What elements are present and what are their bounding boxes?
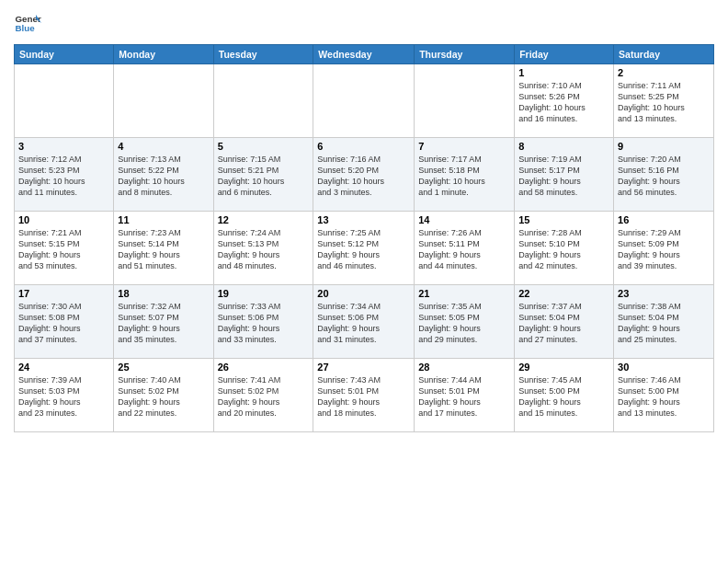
weekday-saturday: Saturday (614, 45, 714, 64)
day-cell: 13Sunrise: 7:25 AM Sunset: 5:12 PM Dayli… (313, 212, 415, 285)
day-cell: 30Sunrise: 7:46 AM Sunset: 5:00 PM Dayli… (614, 359, 714, 432)
day-cell: 2Sunrise: 7:11 AM Sunset: 5:25 PM Daylig… (614, 64, 714, 138)
weekday-sunday: Sunday (15, 45, 114, 64)
day-number: 8 (518, 141, 609, 152)
day-cell: 8Sunrise: 7:19 AM Sunset: 5:17 PM Daylig… (515, 138, 614, 212)
weekday-wednesday: Wednesday (313, 45, 415, 64)
day-cell: 12Sunrise: 7:24 AM Sunset: 5:13 PM Dayli… (213, 212, 313, 285)
day-info: Sunrise: 7:11 AM Sunset: 5:25 PM Dayligh… (618, 80, 710, 125)
day-number: 15 (518, 214, 609, 225)
day-info: Sunrise: 7:38 AM Sunset: 5:04 PM Dayligh… (618, 301, 710, 346)
day-info: Sunrise: 7:40 AM Sunset: 5:02 PM Dayligh… (118, 374, 209, 419)
day-number: 22 (518, 288, 609, 299)
day-number: 14 (418, 214, 510, 225)
day-number: 13 (317, 214, 410, 225)
day-cell: 15Sunrise: 7:28 AM Sunset: 5:10 PM Dayli… (515, 212, 614, 285)
day-number: 30 (618, 362, 710, 373)
svg-text:Blue: Blue (16, 23, 36, 33)
day-cell: 3Sunrise: 7:12 AM Sunset: 5:23 PM Daylig… (15, 138, 114, 212)
day-cell: 9Sunrise: 7:20 AM Sunset: 5:16 PM Daylig… (614, 138, 714, 212)
day-cell: 21Sunrise: 7:35 AM Sunset: 5:05 PM Dayli… (415, 285, 515, 359)
day-info: Sunrise: 7:45 AM Sunset: 5:00 PM Dayligh… (518, 374, 609, 419)
week-row-2: 3Sunrise: 7:12 AM Sunset: 5:23 PM Daylig… (15, 138, 714, 212)
day-info: Sunrise: 7:43 AM Sunset: 5:01 PM Dayligh… (317, 374, 410, 419)
day-info: Sunrise: 7:28 AM Sunset: 5:10 PM Dayligh… (518, 227, 609, 272)
day-info: Sunrise: 7:21 AM Sunset: 5:15 PM Dayligh… (18, 227, 109, 272)
day-info: Sunrise: 7:24 AM Sunset: 5:13 PM Dayligh… (218, 227, 310, 272)
calendar-body: 1Sunrise: 7:10 AM Sunset: 5:26 PM Daylig… (15, 64, 714, 432)
day-cell: 5Sunrise: 7:15 AM Sunset: 5:21 PM Daylig… (213, 138, 313, 212)
day-number: 9 (618, 141, 710, 152)
calendar-header: SundayMondayTuesdayWednesdayThursdayFrid… (15, 45, 714, 64)
day-cell: 18Sunrise: 7:32 AM Sunset: 5:07 PM Dayli… (114, 285, 213, 359)
day-info: Sunrise: 7:44 AM Sunset: 5:01 PM Dayligh… (418, 374, 510, 419)
day-info: Sunrise: 7:29 AM Sunset: 5:09 PM Dayligh… (618, 227, 710, 272)
day-number: 6 (317, 141, 410, 152)
day-cell (313, 64, 415, 138)
day-cell: 19Sunrise: 7:33 AM Sunset: 5:06 PM Dayli… (213, 285, 313, 359)
day-cell: 24Sunrise: 7:39 AM Sunset: 5:03 PM Dayli… (15, 359, 114, 432)
day-number: 23 (618, 288, 710, 299)
day-info: Sunrise: 7:20 AM Sunset: 5:16 PM Dayligh… (618, 154, 710, 199)
day-info: Sunrise: 7:13 AM Sunset: 5:22 PM Dayligh… (118, 154, 209, 199)
day-number: 12 (218, 214, 310, 225)
logo-icon: General Blue (14, 9, 41, 37)
day-number: 29 (518, 362, 609, 373)
day-number: 10 (18, 214, 109, 225)
day-number: 28 (418, 362, 510, 373)
day-info: Sunrise: 7:23 AM Sunset: 5:14 PM Dayligh… (118, 227, 209, 272)
day-number: 20 (317, 288, 410, 299)
day-cell: 17Sunrise: 7:30 AM Sunset: 5:08 PM Dayli… (15, 285, 114, 359)
day-number: 18 (118, 288, 209, 299)
week-row-4: 17Sunrise: 7:30 AM Sunset: 5:08 PM Dayli… (15, 285, 714, 359)
day-number: 24 (18, 362, 109, 373)
day-number: 16 (618, 214, 710, 225)
day-cell: 6Sunrise: 7:16 AM Sunset: 5:20 PM Daylig… (313, 138, 415, 212)
day-info: Sunrise: 7:46 AM Sunset: 5:00 PM Dayligh… (618, 374, 710, 419)
day-number: 11 (118, 214, 209, 225)
day-cell: 22Sunrise: 7:37 AM Sunset: 5:04 PM Dayli… (515, 285, 614, 359)
day-info: Sunrise: 7:12 AM Sunset: 5:23 PM Dayligh… (18, 154, 109, 199)
header: General Blue (14, 9, 714, 37)
calendar: SundayMondayTuesdayWednesdayThursdayFrid… (14, 44, 714, 432)
day-cell: 25Sunrise: 7:40 AM Sunset: 5:02 PM Dayli… (114, 359, 213, 432)
day-info: Sunrise: 7:33 AM Sunset: 5:06 PM Dayligh… (218, 301, 310, 346)
day-cell: 10Sunrise: 7:21 AM Sunset: 5:15 PM Dayli… (15, 212, 114, 285)
day-cell: 29Sunrise: 7:45 AM Sunset: 5:00 PM Dayli… (515, 359, 614, 432)
day-cell: 14Sunrise: 7:26 AM Sunset: 5:11 PM Dayli… (415, 212, 515, 285)
day-number: 5 (218, 141, 310, 152)
day-number: 27 (317, 362, 410, 373)
day-info: Sunrise: 7:32 AM Sunset: 5:07 PM Dayligh… (118, 301, 209, 346)
day-cell: 23Sunrise: 7:38 AM Sunset: 5:04 PM Dayli… (614, 285, 714, 359)
day-cell (213, 64, 313, 138)
day-info: Sunrise: 7:17 AM Sunset: 5:18 PM Dayligh… (418, 154, 510, 199)
weekday-thursday: Thursday (415, 45, 515, 64)
day-number: 2 (618, 67, 710, 78)
day-cell (15, 64, 114, 138)
day-info: Sunrise: 7:41 AM Sunset: 5:02 PM Dayligh… (218, 374, 310, 419)
day-info: Sunrise: 7:34 AM Sunset: 5:06 PM Dayligh… (317, 301, 410, 346)
day-cell: 11Sunrise: 7:23 AM Sunset: 5:14 PM Dayli… (114, 212, 213, 285)
day-info: Sunrise: 7:39 AM Sunset: 5:03 PM Dayligh… (18, 374, 109, 419)
page: General Blue SundayMondayTuesdayWednesda… (0, 0, 728, 563)
day-number: 25 (118, 362, 209, 373)
day-number: 3 (18, 141, 109, 152)
day-info: Sunrise: 7:26 AM Sunset: 5:11 PM Dayligh… (418, 227, 510, 272)
day-cell: 26Sunrise: 7:41 AM Sunset: 5:02 PM Dayli… (213, 359, 313, 432)
day-number: 19 (218, 288, 310, 299)
day-number: 1 (518, 67, 609, 78)
week-row-5: 24Sunrise: 7:39 AM Sunset: 5:03 PM Dayli… (15, 359, 714, 432)
day-cell: 27Sunrise: 7:43 AM Sunset: 5:01 PM Dayli… (313, 359, 415, 432)
day-number: 17 (18, 288, 109, 299)
weekday-header-row: SundayMondayTuesdayWednesdayThursdayFrid… (15, 45, 714, 64)
day-cell: 7Sunrise: 7:17 AM Sunset: 5:18 PM Daylig… (415, 138, 515, 212)
day-info: Sunrise: 7:25 AM Sunset: 5:12 PM Dayligh… (317, 227, 410, 272)
day-info: Sunrise: 7:10 AM Sunset: 5:26 PM Dayligh… (518, 80, 609, 125)
day-number: 21 (418, 288, 510, 299)
weekday-monday: Monday (114, 45, 213, 64)
day-info: Sunrise: 7:30 AM Sunset: 5:08 PM Dayligh… (18, 301, 109, 346)
day-cell (415, 64, 515, 138)
day-number: 26 (218, 362, 310, 373)
day-info: Sunrise: 7:15 AM Sunset: 5:21 PM Dayligh… (218, 154, 310, 199)
logo: General Blue (14, 9, 45, 37)
